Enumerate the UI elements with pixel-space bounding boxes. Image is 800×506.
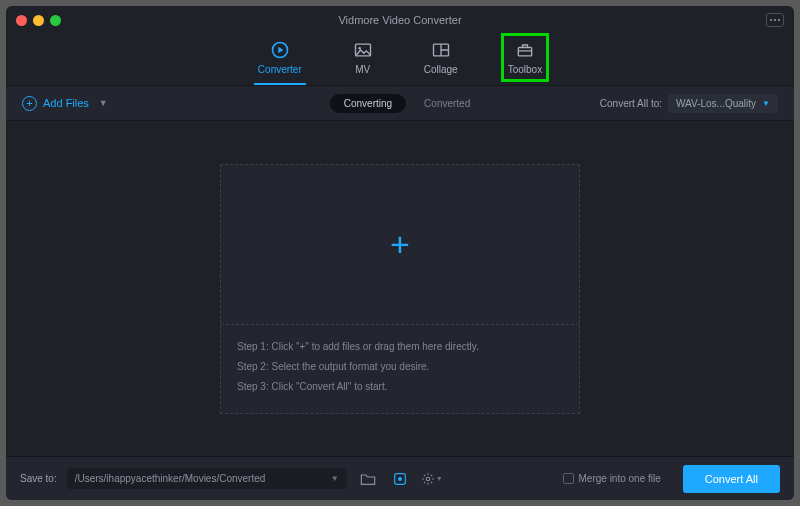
tab-label: Collage xyxy=(424,64,458,75)
convert-all-to-label: Convert All to: xyxy=(600,98,662,109)
svg-rect-6 xyxy=(518,48,531,56)
tab-label: Toolbox xyxy=(508,64,542,75)
add-files-label: Add Files xyxy=(43,97,89,109)
dropzone-steps: Step 1: Click "+" to add files or drag t… xyxy=(221,325,579,413)
tab-toolbox[interactable]: Toolbox xyxy=(508,40,542,75)
add-plus-icon[interactable]: + xyxy=(390,225,410,264)
minimize-window-button[interactable] xyxy=(33,15,44,26)
collage-icon xyxy=(430,40,452,60)
sub-toolbar: + Add Files ▼ Converting Converted Conve… xyxy=(6,85,794,121)
svg-point-9 xyxy=(398,477,402,481)
open-folder-button[interactable] xyxy=(357,469,379,489)
format-value: WAV-Los...Quality xyxy=(676,98,756,109)
convert-all-button[interactable]: Convert All xyxy=(683,465,780,493)
step-text: Step 2: Select the output format you des… xyxy=(237,357,563,377)
plus-circle-icon: + xyxy=(22,96,37,111)
titlebar: Vidmore Video Converter xyxy=(6,6,794,34)
save-path-select[interactable]: /Users/ihappyacethinker/Movies/Converted… xyxy=(67,468,347,489)
tab-converter[interactable]: Converter xyxy=(258,40,302,75)
tab-converted[interactable]: Converted xyxy=(424,98,470,109)
checkbox-icon xyxy=(563,473,574,484)
dropzone[interactable]: + Step 1: Click "+" to add files or drag… xyxy=(220,164,580,414)
save-path-value: /Users/ihappyacethinker/Movies/Converted xyxy=(75,473,266,484)
overflow-menu-button[interactable] xyxy=(766,13,784,27)
settings-button[interactable]: ▼ xyxy=(421,469,443,489)
status-tabs: Converting Converted xyxy=(330,94,471,113)
window-controls xyxy=(16,15,61,26)
hardware-accel-button[interactable] xyxy=(389,469,411,489)
chevron-down-icon: ▼ xyxy=(331,474,339,483)
app-window: Vidmore Video Converter Converter MV Col… xyxy=(6,6,794,500)
merge-checkbox[interactable]: Merge into one file xyxy=(563,473,661,484)
step-text: Step 1: Click "+" to add files or drag t… xyxy=(237,337,563,357)
toolbox-icon xyxy=(514,40,536,60)
output-format-select[interactable]: WAV-Los...Quality ▼ xyxy=(668,94,778,113)
chevron-down-icon: ▼ xyxy=(436,475,443,482)
add-files-button[interactable]: + Add Files ▼ xyxy=(22,96,108,111)
tab-converting[interactable]: Converting xyxy=(330,94,406,113)
chevron-down-icon[interactable]: ▼ xyxy=(99,98,108,108)
chevron-down-icon: ▼ xyxy=(762,99,770,108)
dropzone-add-area[interactable]: + xyxy=(221,165,579,325)
window-title: Vidmore Video Converter xyxy=(6,14,794,26)
maximize-window-button[interactable] xyxy=(50,15,61,26)
tab-label: Converter xyxy=(258,64,302,75)
mv-icon xyxy=(352,40,374,60)
close-window-button[interactable] xyxy=(16,15,27,26)
convert-all-to: Convert All to: WAV-Los...Quality ▼ xyxy=(600,94,778,113)
tab-label: MV xyxy=(355,64,370,75)
main-tab-bar: Converter MV Collage Toolbox xyxy=(6,34,794,85)
svg-point-10 xyxy=(426,477,430,481)
step-text: Step 3: Click "Convert All" to start. xyxy=(237,377,563,397)
save-to-label: Save to: xyxy=(20,473,57,484)
content-area: + Step 1: Click "+" to add files or drag… xyxy=(6,121,794,456)
merge-label: Merge into one file xyxy=(579,473,661,484)
tab-collage[interactable]: Collage xyxy=(424,40,458,75)
tab-mv[interactable]: MV xyxy=(352,40,374,75)
converter-icon xyxy=(269,40,291,60)
footer-bar: Save to: /Users/ihappyacethinker/Movies/… xyxy=(6,456,794,500)
